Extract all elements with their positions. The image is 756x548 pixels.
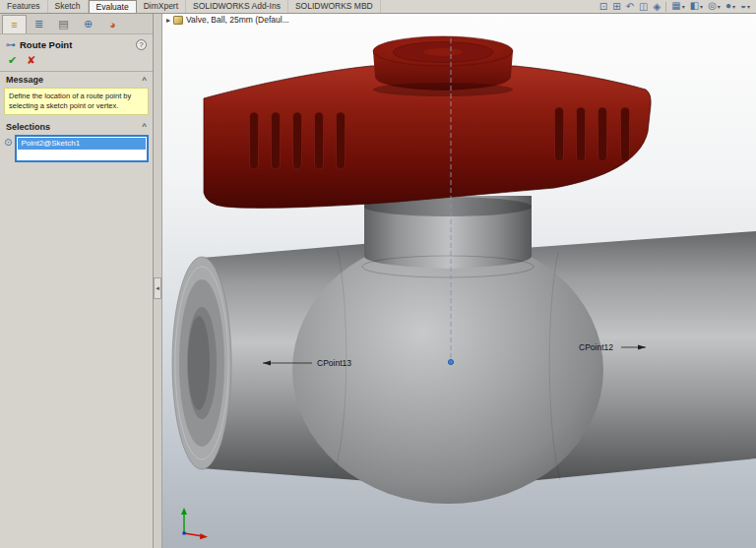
graphics-area[interactable]: ▸ Valve, Ball, 25mm (Defaul... xyxy=(162,14,756,548)
message-section-label: Message xyxy=(6,75,43,85)
part-icon xyxy=(173,16,183,25)
panel-collapse-button[interactable]: ◂ xyxy=(154,277,161,299)
tab-sketch[interactable]: Sketch xyxy=(48,0,89,13)
displaymanager-tab[interactable]: ≣ xyxy=(27,15,51,33)
annotation-views-icon[interactable]: ◈ xyxy=(653,0,661,13)
selections-row: ⊙ Point2@Sketch1 xyxy=(4,135,149,162)
section-view-icon[interactable]: ◫ xyxy=(639,0,648,13)
chevron-down-icon: ▾ xyxy=(700,4,703,10)
chevron-down-icon: ▾ xyxy=(682,4,685,10)
tab-features[interactable]: Features xyxy=(0,0,48,13)
display-style-icon[interactable]: ◧▾ xyxy=(690,0,703,14)
ok-button[interactable]: ✔ xyxy=(8,54,17,67)
previous-view-icon[interactable]: ↶ xyxy=(626,0,634,13)
tab-dimxpert[interactable]: DimXpert xyxy=(137,0,186,13)
breadcrumb[interactable]: ▸ Valve, Ball, 25mm (Defaul... xyxy=(166,15,289,25)
breadcrumb-expander-icon[interactable]: ▸ xyxy=(166,16,170,25)
annotation-label[interactable]: CPoint13 xyxy=(317,358,351,368)
chevron-down-icon: ▾ xyxy=(718,4,721,10)
model-scene[interactable]: CPoint13 CPoint12 xyxy=(162,14,756,548)
tab-bar-spacer xyxy=(381,0,599,13)
view-toolbar: ⊡ ⊞ ↶ ◫ ◈ ▦▾ ◧▾ ◎▾ ●▾ ◒▾ xyxy=(599,0,756,13)
property-manager-panel: ≡ ≣ ▤ ⊕ ◕ ⊶ Route Point ? ✔ ✘ Message ^ … xyxy=(0,14,154,548)
configurations-tab[interactable]: ▤ xyxy=(51,15,76,33)
appearance-icon[interactable]: ●▾ xyxy=(725,0,735,14)
tab-solidworks-mbd[interactable]: SOLIDWORKS MBD xyxy=(288,0,381,13)
handle-cap xyxy=(373,36,513,96)
annotation-label[interactable]: CPoint12 xyxy=(579,342,613,352)
route-point-icon: ⊶ xyxy=(6,39,16,50)
dimxpert-manager-tab[interactable]: ⊕ xyxy=(76,15,100,33)
zoom-area-icon[interactable]: ⊞ xyxy=(612,0,620,13)
help-icon[interactable]: ? xyxy=(136,39,147,50)
property-manager-header: ⊶ Route Point ? xyxy=(0,34,153,53)
tab-evaluate[interactable]: Evaluate xyxy=(89,0,137,13)
view-orientation-icon[interactable]: ▦▾ xyxy=(671,0,684,14)
panel-splitter[interactable]: ◂ xyxy=(154,14,162,548)
x-axis-icon xyxy=(184,533,203,536)
appearances-tab[interactable]: ◕ xyxy=(100,15,125,33)
selections-section-label: Selections xyxy=(6,122,50,132)
selection-listbox[interactable]: Point2@Sketch1 xyxy=(15,135,149,162)
tab-solidworks-add-ins[interactable]: SOLIDWORKS Add-Ins xyxy=(186,0,288,13)
valve-handle[interactable] xyxy=(204,36,651,208)
panel-tab-strip: ≡ ≣ ▤ ⊕ ◕ xyxy=(0,14,153,34)
confirm-row: ✔ ✘ xyxy=(0,53,153,72)
propertymanager-tab[interactable]: ≡ xyxy=(2,15,27,33)
view-settings-icon[interactable]: ◒▾ xyxy=(740,0,750,14)
selections-section-header[interactable]: Selections ^ xyxy=(0,119,153,134)
zoom-to-fit-icon[interactable]: ⊡ xyxy=(599,0,607,13)
breadcrumb-label[interactable]: Valve, Ball, 25mm (Defaul... xyxy=(186,15,289,25)
ribbon-tab-bar: Features Sketch Evaluate DimXpert SOLIDW… xyxy=(0,0,756,14)
hide-show-items-icon[interactable]: ◎▾ xyxy=(708,0,721,14)
selection-list-item[interactable]: Point2@Sketch1 xyxy=(18,138,146,150)
page-title: Route Point xyxy=(20,39,132,50)
collapse-chevron-icon[interactable]: ^ xyxy=(142,76,147,85)
collapse-chevron-icon[interactable]: ^ xyxy=(142,122,147,131)
vertex-filter-icon: ⊙ xyxy=(4,137,12,148)
valve-body[interactable] xyxy=(292,236,603,504)
chevron-down-icon: ▾ xyxy=(747,4,750,10)
toolbar-separator xyxy=(665,2,666,12)
chevron-down-icon: ▾ xyxy=(732,4,735,10)
cancel-button[interactable]: ✘ xyxy=(27,54,35,67)
message-text: Define the location of a route point by … xyxy=(4,88,149,115)
route-point-marker[interactable] xyxy=(448,359,453,364)
z-axis-icon xyxy=(183,532,186,535)
coordinate-triad xyxy=(181,508,208,539)
message-section-header[interactable]: Message ^ xyxy=(0,72,153,87)
